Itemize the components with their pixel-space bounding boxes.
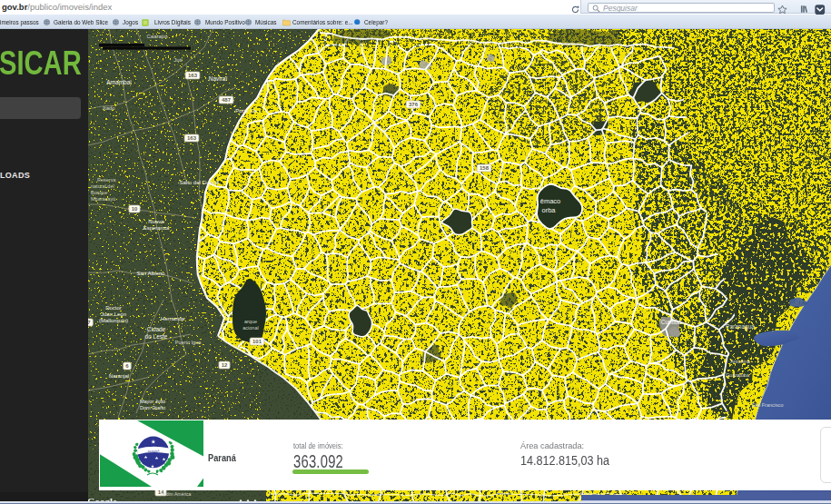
- svg-text:São Francisco: São Francisco: [751, 402, 783, 408]
- svg-text:Bosque: Bosque: [91, 190, 108, 195]
- svg-text:Dom Otaño: Dom Otaño: [140, 405, 165, 410]
- svg-text:Amambai: Amambai: [106, 79, 131, 85]
- svg-text:158: 158: [480, 165, 490, 171]
- svg-text:163: 163: [187, 135, 197, 141]
- svg-text:Nueva: Nueva: [148, 219, 164, 224]
- svg-text:101: 101: [252, 339, 262, 344]
- svg-text:arque: arque: [244, 319, 257, 324]
- svg-text:Mbaracayú: Mbaracayú: [91, 196, 115, 202]
- svg-text:Juti: Juti: [173, 57, 182, 63]
- svg-text:Naviraí: Naviraí: [209, 75, 228, 82]
- svg-text:(Mallorquín): (Mallorquín): [99, 318, 128, 323]
- svg-text:acional: acional: [242, 325, 258, 331]
- svg-text:Cidade: Cidade: [147, 326, 166, 332]
- svg-text:Doctor: Doctor: [105, 305, 122, 311]
- svg-text:êmaco: êmaco: [540, 197, 561, 205]
- svg-text:Antonina: Antonina: [730, 359, 751, 364]
- svg-text:376: 376: [409, 102, 419, 107]
- svg-text:Porto Ca: Porto Ca: [235, 108, 257, 114]
- svg-text:Naranjal: Naranjal: [109, 373, 129, 379]
- svg-text:Puerto Igua: Puerto Igua: [175, 340, 202, 345]
- svg-text:12: 12: [222, 362, 228, 368]
- svg-text:Hernanda: Hernanda: [161, 316, 185, 321]
- svg-text:Paranaguá: Paranaguá: [726, 323, 755, 331]
- svg-text:orba: orba: [541, 206, 556, 214]
- svg-text:Reserva: Reserva: [97, 177, 116, 183]
- svg-text:163: 163: [188, 73, 198, 78]
- svg-text:Guaratuba: Guaratuba: [726, 372, 750, 378]
- svg-text:Mayor Julio: Mayor Julio: [140, 399, 165, 404]
- svg-text:Caarapó: Caarapó: [146, 34, 168, 39]
- svg-text:do Leste: do Leste: [145, 333, 168, 340]
- svg-text:Jardim América: Jardim América: [160, 491, 192, 497]
- svg-text:Salto del Guairá: Salto del Guairá: [179, 180, 219, 185]
- svg-text:487: 487: [222, 97, 232, 103]
- svg-text:Juan León: Juan León: [101, 311, 126, 317]
- svg-text:Itado: Itado: [103, 105, 115, 111]
- svg-text:10: 10: [132, 206, 138, 212]
- svg-text:San Alberto: San Alberto: [136, 271, 165, 276]
- svg-text:Curitiba: Curitiba: [661, 319, 682, 325]
- svg-text:natural del: natural del: [91, 183, 114, 189]
- svg-text:Esperanza: Esperanza: [143, 225, 170, 231]
